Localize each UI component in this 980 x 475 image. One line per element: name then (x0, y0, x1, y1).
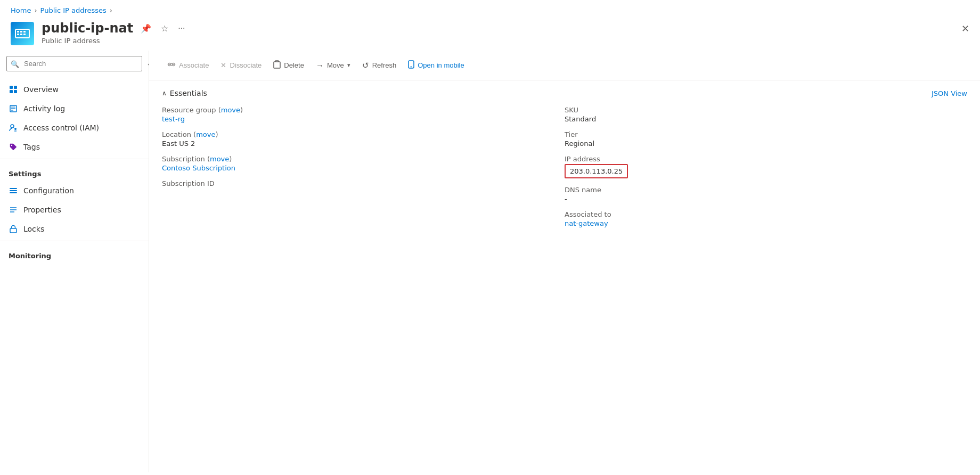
locks-icon (9, 224, 18, 234)
search-icon: 🔍 (11, 60, 19, 68)
iam-icon (9, 123, 18, 133)
sidebar-item-properties[interactable]: Properties (0, 200, 149, 219)
favorite-button[interactable]: ☆ (159, 21, 170, 36)
svg-rect-5 (23, 31, 26, 32)
resource-name: public-ip-nat (42, 21, 133, 36)
svg-rect-4 (20, 34, 22, 35)
breadcrumb-public-ip[interactable]: Public IP addresses (40, 6, 107, 14)
sidebar-item-tags-label: Tags (23, 143, 40, 151)
mobile-icon (408, 60, 414, 70)
essentials-subscription-id-row: Subscription ID (162, 179, 552, 187)
tier-label: Tier (565, 130, 954, 138)
dissociate-icon: ✕ (220, 61, 226, 69)
location-move-link[interactable]: move (196, 130, 215, 138)
svg-rect-24 (10, 228, 17, 233)
svg-rect-20 (10, 192, 17, 193)
svg-rect-19 (10, 190, 17, 191)
essentials-section: ∧ Essentials JSON View Resource group (m… (149, 80, 980, 243)
sidebar-divider-monitoring (0, 241, 149, 241)
svg-rect-9 (10, 90, 13, 93)
ip-address-label: IP address (565, 155, 954, 163)
more-options-button[interactable]: ··· (176, 21, 187, 35)
overview-icon (9, 85, 18, 94)
close-button[interactable]: ✕ (961, 23, 969, 35)
sidebar-item-activity-log[interactable]: Activity log (0, 99, 149, 118)
sidebar-search-container: 🔍 « (6, 56, 142, 71)
subscription-move-link[interactable]: move (210, 155, 229, 163)
svg-point-15 (11, 125, 14, 128)
main-content: Associate ✕ Dissociate Delete → (149, 51, 980, 472)
sidebar-item-locks-label: Locks (23, 225, 44, 233)
delete-icon (273, 60, 281, 70)
svg-rect-3 (20, 31, 22, 32)
essentials-right-col: SKU Standard Tier Regional IP address 20… (565, 106, 967, 235)
sidebar-item-locks[interactable]: Locks (0, 219, 149, 239)
essentials-ip-address-row: IP address 203.0.113.0.25 (565, 155, 954, 178)
ip-address-value: 203.0.113.0.25 (565, 164, 628, 178)
resource-group-label: Resource group ( (162, 106, 221, 114)
resource-group-value[interactable]: test-rg (162, 115, 185, 123)
breadcrumb: Home › Public IP addresses › (0, 0, 980, 19)
resource-group-move-link[interactable]: move (221, 106, 240, 114)
essentials-left-col: Resource group (move) test-rg Location (… (162, 106, 565, 235)
essentials-resource-group-row: Resource group (move) test-rg (162, 106, 552, 123)
subscription-label: Subscription ( (162, 155, 210, 163)
svg-rect-6 (23, 34, 26, 35)
subscription-value[interactable]: Contoso Subscription (162, 164, 235, 172)
dns-name-value: - (565, 195, 954, 203)
sidebar: 🔍 « Overview (0, 51, 149, 472)
associate-label: Associate (179, 61, 209, 69)
resource-icon (11, 22, 34, 45)
sidebar-item-iam-label: Access control (IAM) (23, 124, 99, 132)
properties-icon (9, 205, 18, 215)
pin-button[interactable]: 📌 (138, 21, 153, 36)
sidebar-item-properties-label: Properties (23, 206, 61, 214)
refresh-icon: ↺ (362, 61, 369, 70)
essentials-tier-row: Tier Regional (565, 130, 954, 148)
sidebar-divider-settings (0, 159, 149, 159)
breadcrumb-home[interactable]: Home (11, 6, 31, 14)
sku-value: Standard (565, 115, 954, 123)
essentials-header: ∧ Essentials JSON View (162, 89, 967, 97)
essentials-location-row: Location (move) East US 2 (162, 130, 552, 148)
toolbar: Associate ✕ Dissociate Delete → (149, 51, 980, 80)
delete-button[interactable]: Delete (268, 57, 309, 73)
associated-to-value[interactable]: nat-gateway (565, 219, 608, 227)
dissociate-label: Dissociate (230, 61, 262, 69)
associate-button[interactable]: Associate (162, 58, 214, 73)
svg-rect-8 (14, 86, 17, 89)
sidebar-item-configuration-label: Configuration (23, 186, 74, 195)
associated-to-label: Associated to (565, 210, 954, 218)
svg-point-17 (11, 145, 12, 146)
json-view-link[interactable]: JSON View (932, 89, 967, 97)
configuration-icon (9, 186, 18, 195)
open-mobile-button[interactable]: Open in mobile (403, 57, 469, 73)
essentials-chevron-icon: ∧ (162, 89, 167, 97)
associate-icon (167, 61, 176, 70)
location-label: Location ( (162, 130, 196, 138)
location-value: East US 2 (162, 140, 552, 148)
svg-rect-1 (17, 31, 19, 32)
sidebar-item-tags[interactable]: Tags (0, 137, 149, 157)
move-label: Move (327, 61, 344, 69)
refresh-button[interactable]: ↺ Refresh (357, 58, 402, 73)
svg-rect-18 (10, 188, 17, 189)
essentials-sku-row: SKU Standard (565, 106, 954, 123)
svg-rect-10 (14, 90, 17, 93)
sidebar-item-iam[interactable]: Access control (IAM) (0, 118, 149, 137)
dns-name-label: DNS name (565, 186, 954, 194)
sidebar-item-overview[interactable]: Overview (0, 80, 149, 99)
essentials-dns-row: DNS name - (565, 186, 954, 203)
dissociate-button[interactable]: ✕ Dissociate (215, 58, 267, 72)
header-title-block: public-ip-nat 📌 ☆ ··· Public IP address (42, 21, 969, 45)
resource-header: public-ip-nat 📌 ☆ ··· Public IP address … (0, 19, 980, 51)
move-button[interactable]: → Move ▾ (311, 58, 356, 73)
svg-rect-7 (10, 86, 13, 89)
subscription-id-label: Subscription ID (162, 179, 552, 187)
essentials-title[interactable]: ∧ Essentials (162, 89, 207, 97)
search-input[interactable] (6, 56, 142, 71)
move-icon: → (316, 61, 324, 70)
refresh-label: Refresh (372, 61, 397, 69)
essentials-associated-to-row: Associated to nat-gateway (565, 210, 954, 227)
sidebar-item-configuration[interactable]: Configuration (0, 181, 149, 200)
